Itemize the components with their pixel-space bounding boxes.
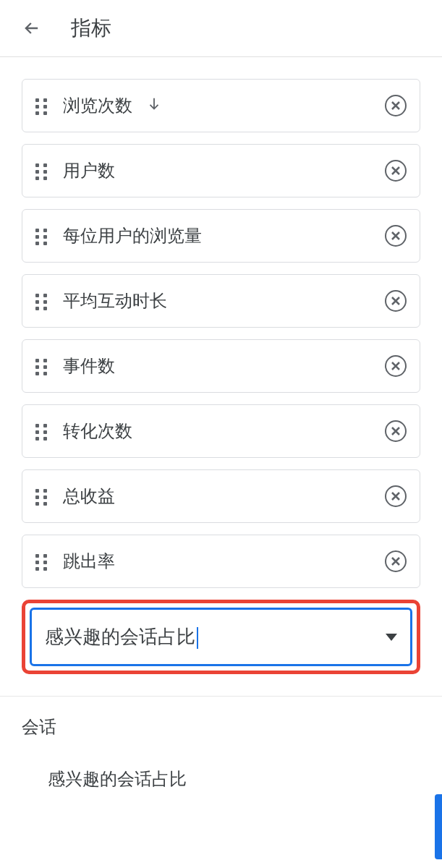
dropdown-option[interactable]: 感兴趣的会话占比	[22, 750, 420, 808]
dropdown-panel: 会话 感兴趣的会话占比	[0, 696, 442, 808]
metric-row[interactable]: 转化次数	[22, 404, 420, 458]
metric-label: 浏览次数	[63, 94, 370, 117]
metric-label: 事件数	[63, 354, 370, 378]
page-title: 指标	[71, 14, 111, 42]
drag-handle-icon[interactable]	[35, 424, 48, 438]
metric-search-input[interactable]: 感兴趣的会话占比	[30, 608, 412, 666]
metric-row[interactable]: 浏览次数	[22, 79, 420, 132]
metric-label: 平均互动时长	[63, 289, 370, 312]
drag-handle-icon[interactable]	[35, 554, 48, 569]
remove-icon[interactable]	[385, 355, 407, 377]
metric-label: 跳出率	[63, 550, 370, 573]
metric-row[interactable]: 用户数	[22, 144, 420, 197]
remove-icon[interactable]	[385, 550, 407, 572]
sort-down-icon[interactable]	[146, 95, 162, 111]
drag-handle-icon[interactable]	[35, 229, 48, 243]
remove-icon[interactable]	[385, 160, 407, 182]
metric-row[interactable]: 跳出率	[22, 535, 420, 588]
metric-label: 用户数	[63, 159, 370, 182]
drag-handle-icon[interactable]	[35, 163, 48, 178]
dropdown-category: 会话	[22, 704, 420, 750]
metrics-list: 浏览次数 用户数 每位用户的浏览量 平均互动时长	[0, 57, 442, 674]
metric-label: 转化次数	[63, 420, 370, 443]
metric-row[interactable]: 平均互动时长	[22, 274, 420, 328]
drag-handle-icon[interactable]	[35, 489, 48, 503]
remove-icon[interactable]	[385, 225, 407, 247]
header: 指标	[0, 0, 442, 57]
search-highlight-box: 感兴趣的会话占比	[22, 600, 420, 674]
remove-icon[interactable]	[385, 420, 407, 442]
metric-row[interactable]: 总收益	[22, 469, 420, 523]
back-arrow-icon[interactable]	[22, 18, 42, 38]
remove-icon[interactable]	[385, 290, 407, 312]
drag-handle-icon[interactable]	[35, 359, 48, 373]
drag-handle-icon[interactable]	[35, 98, 48, 113]
drag-handle-icon[interactable]	[35, 294, 48, 308]
remove-icon[interactable]	[385, 95, 407, 116]
search-value: 感兴趣的会话占比	[45, 624, 386, 650]
chevron-down-icon[interactable]	[386, 634, 397, 641]
remove-icon[interactable]	[385, 485, 407, 507]
metric-label: 总收益	[63, 485, 370, 508]
metric-label: 每位用户的浏览量	[63, 224, 370, 247]
accent-bar	[435, 794, 442, 859]
metric-row[interactable]: 事件数	[22, 339, 420, 393]
metric-row[interactable]: 每位用户的浏览量	[22, 209, 420, 263]
